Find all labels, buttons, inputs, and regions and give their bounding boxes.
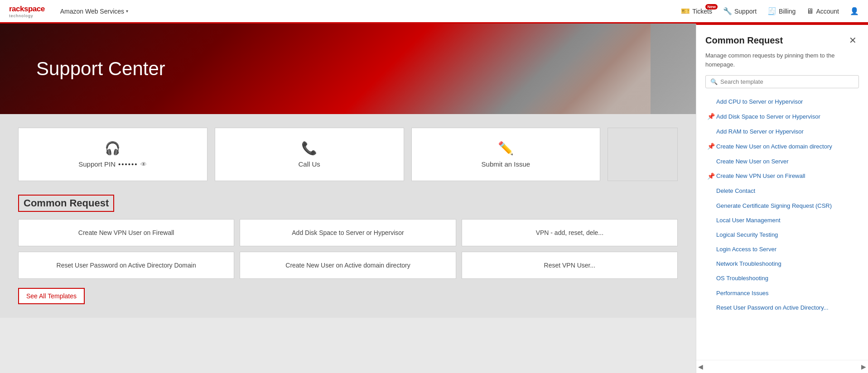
support-label: Support — [734, 8, 757, 15]
right-panel: Common Request ✕ Manage common requests … — [696, 24, 868, 373]
panel-item-label: Logical Security Testing — [716, 231, 778, 239]
support-pin-card[interactable]: 🎧 Support PIN •••••• 👁 — [18, 128, 207, 181]
account-icon: 🖥 — [806, 7, 814, 15]
tickets-nav-item[interactable]: 🎫 Tickets New — [681, 7, 712, 15]
panel-item-label: Login Access to Server — [716, 245, 776, 253]
account-nav-item[interactable]: 🖥 Account — [806, 7, 839, 15]
panel-item-label: Reset User Password on Active Directory.… — [716, 304, 829, 312]
ticket-icon: 🎫 — [681, 7, 690, 15]
panel-template-list: Add CPU to Server or Hypervisor📌Add Disk… — [696, 95, 868, 360]
search-icon: 🔍 — [710, 78, 718, 85]
support-cards-row: 🎧 Support PIN •••••• 👁 📞 Call Us ✏️ Subm… — [18, 128, 678, 181]
nav-amazon-web-services[interactable]: Amazon Web Services ▾ — [58, 0, 131, 23]
nav-menu-label: Amazon Web Services — [60, 8, 124, 15]
section-title: Common Request — [18, 195, 114, 212]
panel-item-label: Performance Issues — [716, 289, 769, 297]
submit-issue-label: Submit an Issue — [482, 160, 530, 168]
headset-icon: 🎧 — [105, 141, 121, 156]
chevron-down-icon: ▾ — [126, 9, 128, 14]
logo-top: rackspace — [9, 5, 45, 14]
pin-dots: •••••• — [118, 160, 138, 168]
see-all-templates-button[interactable]: See All Templates — [18, 288, 85, 304]
panel-list-item[interactable]: Add RAM to Server or Hypervisor — [705, 124, 859, 139]
support-icon: 🔧 — [723, 7, 732, 15]
main-container: Support Center 🎧 Support PIN •••••• 👁 📞 … — [0, 24, 868, 373]
submit-issue-card[interactable]: ✏️ Submit an Issue — [411, 128, 601, 181]
pin-marker-icon: 📌 — [707, 142, 714, 151]
placeholder-card — [608, 128, 678, 181]
panel-item-label: Local User Management — [716, 216, 781, 225]
hero-title: Support Center — [36, 58, 165, 80]
panel-item-label: Add Disk Space to Server or Hypervisor — [716, 113, 820, 121]
hero-banner: Support Center — [0, 24, 696, 114]
request-grid: Create New VPN User on Firewall Add Disk… — [18, 219, 678, 279]
panel-list-item[interactable]: Local User Management — [705, 213, 859, 228]
panel-list-item[interactable]: 📌Create New VPN User on Firewall — [705, 169, 859, 184]
call-us-label: Call Us — [298, 160, 320, 168]
close-icon[interactable]: ✕ — [846, 34, 859, 47]
eye-icon[interactable]: 👁 — [140, 161, 147, 168]
panel-item-label: Create New VPN User on Firewall — [716, 172, 805, 180]
billing-icon: 🧾 — [767, 7, 776, 15]
request-card-4[interactable]: Create New User on Active domain directo… — [240, 252, 456, 279]
panel-list-item[interactable]: Delete Contact — [705, 184, 859, 198]
request-card-2[interactable]: VPN - add, reset, dele... — [462, 219, 678, 246]
panel-description: Manage common requests by pinning them t… — [696, 51, 868, 75]
support-nav-item[interactable]: 🔧 Support — [723, 7, 757, 15]
panel-list-item[interactable]: Create New User on Server — [705, 154, 859, 169]
panel-item-label: Add CPU to Server or Hypervisor — [716, 98, 803, 106]
billing-label: Billing — [779, 8, 796, 15]
panel-list-item[interactable]: OS Troubleshooting — [705, 271, 859, 286]
panel-list-item[interactable]: Login Access to Server — [705, 242, 859, 257]
pencil-icon: ✏️ — [498, 141, 514, 156]
topnav-right: 🎫 Tickets New 🔧 Support 🧾 Billing 🖥 Acco… — [681, 7, 859, 15]
logo-bottom: technology — [9, 14, 45, 18]
call-us-card[interactable]: 📞 Call Us — [215, 128, 404, 181]
cards-area: 🎧 Support PIN •••••• 👁 📞 Call Us ✏️ Subm… — [0, 114, 696, 318]
panel-list-item[interactable]: Generate Certificate Signing Request (CS… — [705, 199, 859, 213]
panel-list-item[interactable]: Add CPU to Server or Hypervisor — [705, 95, 859, 109]
panel-item-label: Add RAM to Server or Hypervisor — [716, 128, 804, 136]
account-label: Account — [816, 8, 839, 15]
topnav: rackspace technology Amazon Web Services… — [0, 0, 868, 24]
request-card-3[interactable]: Reset User Password on Active Directory … — [18, 252, 234, 279]
panel-item-label: Create New User on Active domain directo… — [716, 143, 832, 151]
panel-list-item[interactable]: Logical Security Testing — [705, 228, 859, 242]
panel-list-item[interactable]: 📌Add Disk Space to Server or Hypervisor — [705, 109, 859, 124]
support-pin-text: Support PIN — [78, 160, 116, 168]
panel-item-label: Generate Certificate Signing Request (CS… — [716, 202, 832, 210]
billing-nav-item[interactable]: 🧾 Billing — [767, 7, 796, 15]
pin-marker-icon: 📌 — [707, 112, 714, 121]
request-card-5[interactable]: Reset VPN User... — [462, 252, 678, 279]
scroll-right-icon[interactable]: ▶ — [861, 363, 866, 370]
panel-list-item[interactable]: Performance Issues — [705, 286, 859, 301]
request-card-1[interactable]: Add Disk Space to Server or Hypervisor — [240, 219, 456, 246]
panel-search-box[interactable]: 🔍 — [705, 75, 859, 88]
panel-title: Common Request — [705, 35, 783, 46]
profile-circle-icon: 👤 — [850, 7, 859, 15]
panel-list-item[interactable]: Network Troubleshooting — [705, 257, 859, 271]
phone-icon: 📞 — [301, 141, 317, 156]
section-title-row: Common Request — [18, 195, 678, 212]
panel-item-label: Delete Contact — [716, 187, 755, 195]
panel-scroll-controls: ◀ ▶ — [696, 360, 868, 373]
panel-item-label: OS Troubleshooting — [716, 274, 768, 282]
panel-header: Common Request ✕ — [696, 25, 868, 51]
logo: rackspace technology — [9, 5, 45, 18]
pin-marker-icon: 📌 — [707, 172, 714, 181]
panel-item-label: Network Troubleshooting — [716, 260, 781, 268]
scroll-left-icon[interactable]: ◀ — [698, 363, 703, 370]
panel-item-label: Create New User on Server — [716, 158, 789, 166]
user-profile-icon[interactable]: 👤 — [850, 7, 859, 15]
request-card-0[interactable]: Create New VPN User on Firewall — [18, 219, 234, 246]
panel-list-item[interactable]: 📌Create New User on Active domain direct… — [705, 139, 859, 154]
search-input[interactable] — [720, 78, 854, 85]
tickets-new-badge: New — [705, 4, 718, 10]
content-area: Support Center 🎧 Support PIN •••••• 👁 📞 … — [0, 24, 696, 373]
panel-list-item[interactable]: Reset User Password on Active Directory.… — [705, 301, 859, 315]
support-pin-label: Support PIN •••••• 👁 — [78, 160, 147, 168]
